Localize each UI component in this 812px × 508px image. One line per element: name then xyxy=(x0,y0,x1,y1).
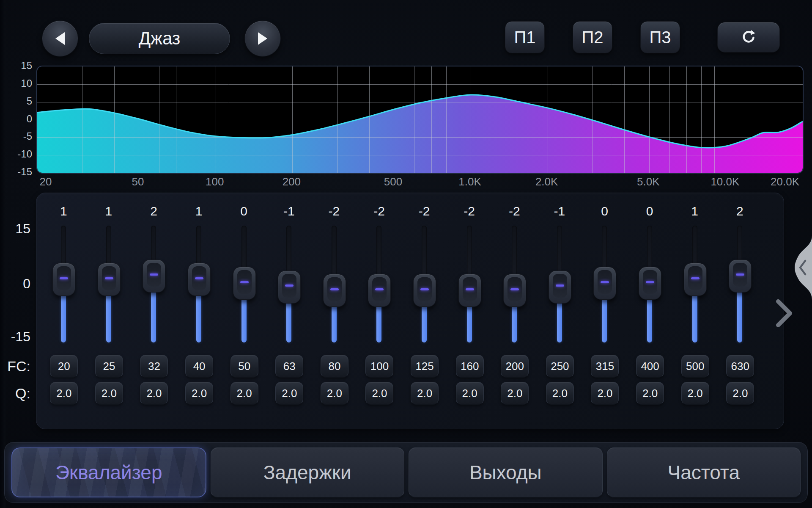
band-slider-thumb[interactable] xyxy=(323,274,346,307)
y-tick-label: 0 xyxy=(0,113,32,125)
x-tick-label: 50 xyxy=(132,175,144,188)
band-q-button[interactable]: 2.0 xyxy=(636,382,664,405)
preset-memory-button-3[interactable]: П3 xyxy=(640,21,680,53)
eq-curve-chart-frame xyxy=(36,66,804,174)
preset-prev-button[interactable] xyxy=(42,20,78,57)
band-slider-thumb[interactable] xyxy=(729,260,752,293)
band-slider-fill xyxy=(602,294,607,342)
band-gain-value: 0 xyxy=(221,204,266,218)
band-fc-button[interactable]: 25 xyxy=(95,355,123,378)
gain-scale-bottom-label: -15 xyxy=(0,329,30,345)
band-fc-button[interactable]: 100 xyxy=(365,355,393,378)
band-gain-value: 1 xyxy=(672,204,717,218)
y-tick-label: 5 xyxy=(0,95,32,107)
band-slider-thumb[interactable] xyxy=(368,274,391,307)
band-slider-thumb[interactable] xyxy=(233,267,256,300)
band-q-button[interactable]: 2.0 xyxy=(50,382,78,405)
band-fc-button[interactable]: 400 xyxy=(636,355,664,378)
band-slider-fill xyxy=(467,301,472,342)
side-panel-handle[interactable] xyxy=(786,235,812,300)
band-slider-thumb[interactable] xyxy=(639,267,661,300)
slider-thumb-grip-icon xyxy=(195,277,203,279)
slider-thumb-grip-icon xyxy=(736,273,744,276)
band-fc-button[interactable]: 50 xyxy=(230,355,258,378)
band-q-button[interactable]: 2.0 xyxy=(185,382,213,405)
band-gain-value: 2 xyxy=(131,204,176,218)
eq-band-column: -21252.0 xyxy=(402,199,447,415)
band-slider-thumb[interactable] xyxy=(458,274,481,307)
tab-outputs[interactable]: Выходы xyxy=(409,447,603,497)
next-bands-page-button[interactable] xyxy=(774,298,794,329)
band-fc-button[interactable]: 40 xyxy=(185,355,213,378)
reset-button[interactable] xyxy=(717,22,780,52)
slider-thumb-grip-icon xyxy=(60,277,68,279)
y-tick-label: -10 xyxy=(0,148,32,160)
band-fc-button[interactable]: 630 xyxy=(726,355,754,378)
band-fc-button[interactable]: 315 xyxy=(591,355,619,378)
preset-next-button[interactable] xyxy=(244,20,281,57)
tab-equalizer[interactable]: Эквалайзер xyxy=(11,447,206,497)
eq-band-column: 1252.0 xyxy=(86,199,132,415)
band-fc-button[interactable]: 200 xyxy=(501,355,529,378)
band-slider-fill xyxy=(151,287,156,342)
band-slider-thumb[interactable] xyxy=(413,274,436,307)
x-tick-label: 200 xyxy=(283,175,301,188)
slider-thumb-inset xyxy=(327,277,342,301)
band-q-button[interactable]: 2.0 xyxy=(230,382,258,405)
q-row-label: Q: xyxy=(0,385,30,402)
band-q-button[interactable]: 2.0 xyxy=(95,382,123,405)
band-slider-thumb[interactable] xyxy=(549,271,571,304)
band-fc-button[interactable]: 160 xyxy=(456,355,484,378)
preset-memory-button-2[interactable]: П2 xyxy=(573,21,612,53)
band-fc-button[interactable]: 250 xyxy=(546,355,574,378)
band-gain-value: -1 xyxy=(537,204,582,218)
band-q-button[interactable]: 2.0 xyxy=(726,382,754,405)
band-q-button[interactable]: 2.0 xyxy=(681,382,709,405)
band-slider-thumb[interactable] xyxy=(684,263,707,296)
band-slider-thumb[interactable] xyxy=(52,263,75,296)
band-q-button[interactable]: 2.0 xyxy=(546,382,574,405)
band-fc-button[interactable]: 80 xyxy=(321,355,348,378)
band-slider-thumb[interactable] xyxy=(188,263,211,296)
preset-name-display[interactable]: Джаз xyxy=(89,23,230,54)
band-q-button[interactable]: 2.0 xyxy=(321,382,348,405)
band-slider-thumb[interactable] xyxy=(143,260,165,293)
band-q-button[interactable]: 2.0 xyxy=(456,382,484,405)
band-slider-thumb[interactable] xyxy=(593,267,616,300)
band-fc-button[interactable]: 500 xyxy=(681,355,709,378)
band-q-button[interactable]: 2.0 xyxy=(501,382,529,405)
band-slider-fill xyxy=(512,301,517,342)
slider-thumb-inset xyxy=(192,266,206,290)
left-triangle-icon xyxy=(54,31,66,46)
band-fc-button[interactable]: 125 xyxy=(411,355,439,378)
refresh-clockwise-arrow-icon xyxy=(740,29,757,46)
band-slider-thumb[interactable] xyxy=(503,274,526,307)
slider-thumb-inset xyxy=(372,277,387,301)
band-slider-thumb[interactable] xyxy=(278,271,301,304)
slider-thumb-inset xyxy=(57,266,71,290)
band-fc-button[interactable]: 32 xyxy=(140,355,168,378)
band-q-button[interactable]: 2.0 xyxy=(140,382,168,405)
y-tick-label: -15 xyxy=(0,166,32,178)
band-fc-button[interactable]: 63 xyxy=(275,355,303,378)
band-gain-value: -2 xyxy=(492,204,537,218)
band-q-button[interactable]: 2.0 xyxy=(591,382,619,405)
band-gain-value: 0 xyxy=(627,204,672,218)
eq-band-column: -22002.0 xyxy=(492,199,537,415)
band-q-button[interactable]: 2.0 xyxy=(275,382,303,405)
tab-frequency[interactable]: Частота xyxy=(607,447,801,497)
y-tick-label: 10 xyxy=(0,77,32,89)
band-slider-thumb[interactable] xyxy=(98,263,121,296)
eq-band-column: -21002.0 xyxy=(357,199,402,415)
tab-delays[interactable]: Задержки xyxy=(211,447,405,497)
eq-band-column: -1632.0 xyxy=(266,199,312,415)
eq-curve-chart xyxy=(37,66,803,173)
band-gain-value: 1 xyxy=(41,204,86,218)
slider-thumb-inset xyxy=(508,277,522,301)
band-fc-button[interactable]: 20 xyxy=(50,355,78,378)
eq-band-column: 04002.0 xyxy=(627,199,672,415)
band-q-button[interactable]: 2.0 xyxy=(365,382,393,405)
band-q-button[interactable]: 2.0 xyxy=(411,382,439,405)
preset-memory-button-1[interactable]: П1 xyxy=(505,21,545,53)
slider-thumb-grip-icon xyxy=(510,288,519,290)
